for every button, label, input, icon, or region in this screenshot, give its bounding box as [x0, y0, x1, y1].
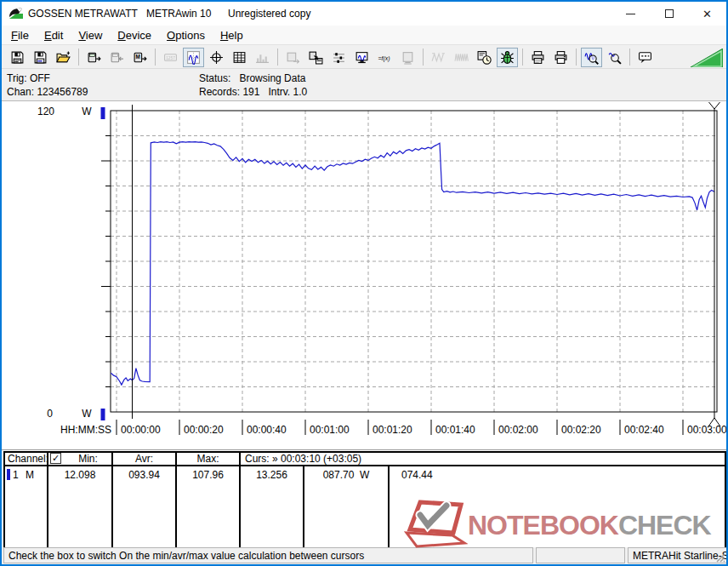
zoom-wave-icon[interactable]: [581, 48, 602, 67]
status-device-panel: METRAHit Starline-Seri: [628, 547, 727, 563]
monitor-icon[interactable]: [351, 48, 373, 67]
y-unit-bottom-label: W: [82, 408, 92, 420]
device-read-icon[interactable]: [83, 48, 105, 67]
open-file-icon[interactable]: [53, 48, 74, 67]
interval-value: 1.0: [293, 86, 308, 98]
table-col-line-2: [111, 451, 113, 547]
device-to-disk-icon[interactable]: [305, 48, 327, 67]
col-header-avr: Avr:: [113, 453, 175, 465]
toolbar-separator: [629, 49, 630, 66]
wave-sparse-icon: [428, 48, 449, 67]
col-header-max: Max:: [177, 453, 239, 465]
toolbar-separator: [277, 49, 278, 66]
menu-item-help[interactable]: Help: [213, 26, 251, 44]
tooltip-icon[interactable]: [634, 48, 656, 67]
y-max-label: 120: [37, 106, 54, 117]
wave-dense-icon: [451, 48, 472, 67]
toolbar-separator: [78, 49, 79, 66]
live-beetle-icon[interactable]: [497, 48, 518, 67]
save-data-icon[interactable]: [7, 48, 28, 67]
menu-item-file[interactable]: File: [3, 26, 37, 44]
menu-item-edit[interactable]: Edit: [37, 26, 71, 44]
status-bar: Check the box to switch On the min/avr/m…: [2, 547, 726, 564]
minmax-checkbox[interactable]: ✓: [50, 453, 61, 464]
x-tick-label: 00:02:00: [498, 424, 538, 436]
minimize-button[interactable]: [611, 2, 650, 26]
table-col-line-3: [175, 451, 177, 547]
svg-text:=f(x): =f(x): [378, 54, 390, 61]
x-tick-label: 00:01:20: [373, 424, 412, 436]
toolbar-separator: [155, 49, 156, 66]
crosshair-view-icon[interactable]: [206, 48, 227, 67]
status-empty-panel: [536, 547, 625, 563]
value-extra: 074.44: [401, 469, 433, 481]
trig-label: Trig: OFF: [7, 72, 50, 84]
minimize-icon: [626, 14, 635, 14]
menu-item-view[interactable]: View: [71, 26, 110, 44]
channel-settings-icon[interactable]: [328, 48, 350, 67]
cursor-2-top-handle-icon[interactable]: [709, 102, 720, 109]
table-col-line-6: [388, 465, 390, 547]
col-header-min: Min:: [65, 453, 111, 465]
status-message-panel: Check the box to switch On the min/avr/m…: [3, 547, 533, 563]
x-axis-label: HH:MM:SS: [60, 424, 111, 436]
zoom-out-icon[interactable]: [604, 48, 625, 67]
chart-area[interactable]: 120W0WHH:MM:SS00:00:0000:00:2000:00:4000…: [2, 101, 726, 449]
device-name: METRAHit Starline-Seri: [633, 550, 727, 562]
menu-item-device[interactable]: Device: [110, 26, 159, 44]
measurement-table: Channel: ✓ Min: Avr: Max: Curs: » 00:03:…: [2, 449, 726, 547]
clock-device-icon[interactable]: [474, 48, 495, 67]
metrawin-window: GOSSEN METRAWATT METRAwin 10 Unregistere…: [0, 0, 728, 566]
y-min-label: 0: [47, 408, 53, 420]
menu-item-options[interactable]: Options: [159, 26, 213, 44]
value-max: 107.96: [177, 469, 239, 481]
x-tick-label: 00:00:20: [184, 424, 224, 436]
table-view-icon[interactable]: [229, 48, 250, 67]
interval-label: Intrv.: [268, 86, 290, 98]
x-tick-label: 00:02:20: [561, 424, 601, 436]
formula-icon[interactable]: =f(x): [374, 48, 395, 67]
maximize-icon: [665, 9, 674, 18]
value-cursor1: 13.256: [241, 469, 303, 481]
save-config-icon[interactable]: [30, 48, 51, 67]
records-value: 191: [242, 86, 259, 98]
value-min: 12.098: [48, 469, 111, 481]
table-col-line-1: [47, 451, 48, 547]
value-avr: 093.94: [113, 469, 175, 481]
toolbar: M1257=f(x): [2, 46, 726, 69]
power-chart[interactable]: 120W0WHH:MM:SS00:00:0000:00:2000:00:4000…: [2, 101, 726, 449]
x-tick-label: 00:00:40: [247, 424, 287, 436]
title-bar: GOSSEN METRAWATT METRAwin 10 Unregistere…: [2, 2, 726, 26]
app-logo-icon: [9, 6, 24, 21]
svg-text:M: M: [136, 54, 140, 60]
close-button[interactable]: ✕: [688, 2, 726, 26]
x-tick-label: 00:00:00: [121, 424, 161, 436]
col-header-channel: Channel:: [8, 453, 48, 465]
resize-grip-icon[interactable]: [715, 552, 725, 563]
x-tick-label: 00:03:00: [687, 424, 726, 436]
table-border-right: [725, 451, 726, 547]
window-title-note: Unregistered copy: [228, 8, 310, 20]
toolbar-separator: [522, 49, 523, 66]
info-panel: Trig: OFF Chan: 123456789 Status: Browsi…: [2, 69, 726, 101]
export-icon: [282, 48, 304, 67]
x-tick-label: 00:01:40: [435, 424, 475, 436]
col-header-cursors: Curs: » 00:03:10 (+03:05): [245, 453, 361, 465]
histogram-view-icon: [252, 48, 273, 67]
device-write-icon: [106, 48, 128, 67]
toolbar-separator: [423, 49, 424, 66]
chan-label: Chan: 123456789: [7, 86, 88, 98]
records-label: Records: 191 Intrv. 1.0: [199, 86, 307, 98]
print-icon[interactable]: [550, 48, 572, 67]
status-label: Status: Browsing Data: [199, 72, 305, 84]
maximize-button[interactable]: [650, 2, 688, 26]
svg-text:1257: 1257: [166, 55, 175, 60]
channel-range-marker-top: [101, 107, 105, 119]
device-memory-icon[interactable]: M: [129, 48, 151, 67]
value-cursor2: 087.70 W: [304, 469, 388, 481]
trig-value: OFF: [30, 72, 50, 84]
channel-mode: M: [26, 469, 34, 481]
graph-view-icon[interactable]: [183, 48, 204, 67]
window-title-app: GOSSEN METRAWATT: [28, 8, 138, 20]
print-preview-icon[interactable]: [527, 48, 549, 67]
